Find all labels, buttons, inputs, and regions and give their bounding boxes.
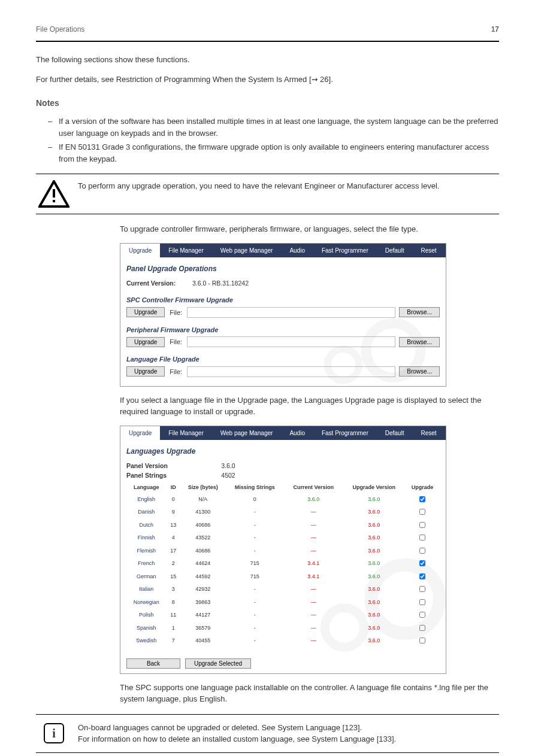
svg-rect-0	[53, 189, 55, 198]
tab-fast-programmer[interactable]: Fast Programmer	[313, 426, 377, 440]
lang-upgrade: 3.6.0	[343, 532, 405, 545]
browse-button[interactable]: Browse...	[399, 337, 440, 347]
lang-current: 3.4.1	[284, 570, 343, 584]
upgrade-button[interactable]: Upgrade	[126, 366, 165, 377]
tab-upgrade[interactable]: Upgrade	[120, 244, 160, 257]
lang-missing: -	[225, 596, 284, 609]
lang-size: 44127	[180, 609, 226, 622]
note-item: If EN 50131 Grade 3 configurations, the …	[48, 141, 499, 165]
tab-bar: Upgrade File Manager Web page Manager Au…	[120, 426, 446, 440]
upgrade-checkbox[interactable]	[419, 573, 425, 579]
peripheral-firmware-title: Peripheral Firmware Upgrade	[126, 325, 440, 335]
lang-size: 40686	[180, 545, 226, 558]
lang-checkbox-cell	[405, 570, 440, 584]
lang-size: 41300	[180, 506, 226, 519]
intro-line-1: The following sections show these functi…	[36, 54, 499, 66]
language-file-title: Language File Upgrade	[126, 354, 440, 365]
lang-size: 43522	[180, 532, 226, 545]
lang-checkbox-cell	[405, 609, 440, 622]
file-label: File:	[168, 308, 183, 318]
upgrade-selected-button[interactable]: Upgrade Selected	[185, 658, 251, 669]
tab-file-manager[interactable]: File Manager	[160, 426, 211, 440]
tab-default[interactable]: Default	[377, 244, 413, 257]
lang-missing: -	[225, 545, 284, 558]
lang-current: —	[284, 622, 343, 635]
lang-name: Danish	[126, 506, 166, 519]
upgrade-checkbox[interactable]	[419, 612, 425, 618]
lang-checkbox-cell	[405, 493, 440, 506]
tab-bar: Upgrade File Manager Web page Manager Au…	[120, 244, 446, 257]
back-button[interactable]: Back	[126, 658, 180, 669]
tab-web-page-manager[interactable]: Web page Manager	[212, 244, 282, 257]
lang-checkbox-cell	[405, 532, 440, 545]
lang-name: German	[126, 570, 166, 584]
lang-id: 11	[166, 609, 180, 622]
lang-current: —	[284, 506, 343, 519]
lang-upgrade: 3.6.0	[343, 545, 405, 558]
warning-callout: To perform any upgrade operation, you ne…	[36, 174, 499, 214]
table-row: Swedish740455-—3.6.0	[126, 634, 440, 648]
current-version-value: 3.6.0 - RB.31.18242	[192, 279, 249, 289]
th-checkbox: Upgrade	[405, 482, 440, 493]
upgrade-button[interactable]: Upgrade	[126, 337, 165, 347]
upgrade-button[interactable]: Upgrade	[126, 307, 165, 317]
tab-audio[interactable]: Audio	[281, 244, 313, 257]
file-input[interactable]	[187, 336, 395, 347]
upgrade-checkbox[interactable]	[419, 586, 425, 592]
upgrade-checkbox[interactable]	[419, 509, 425, 515]
lang-missing: -	[225, 519, 284, 532]
browse-button[interactable]: Browse...	[399, 366, 440, 377]
table-row: Polish1144127-—3.6.0	[126, 609, 440, 622]
lang-size: 40686	[180, 519, 226, 532]
lang-current: —	[284, 532, 343, 545]
current-version-label: Current Version:	[126, 279, 192, 289]
figure-languages-upgrade: Upgrade File Manager Web page Manager Au…	[120, 426, 446, 674]
lang-current: —	[284, 634, 343, 648]
lang-upgrade: 3.6.0	[343, 634, 405, 648]
lang-id: 13	[166, 519, 180, 532]
tab-default[interactable]: Default	[377, 426, 413, 440]
lang-name: Norwegian	[126, 596, 166, 609]
page-header: File Operations 17	[36, 24, 499, 42]
tab-audio[interactable]: Audio	[281, 426, 313, 440]
lang-missing: -	[225, 583, 284, 596]
lang-checkbox-cell	[405, 596, 440, 609]
tab-web-page-manager[interactable]: Web page Manager	[212, 426, 282, 440]
th-current: Current Version	[284, 482, 343, 493]
upgrade-checkbox[interactable]	[419, 637, 425, 643]
browse-button[interactable]: Browse...	[399, 307, 440, 317]
lang-missing: -	[225, 609, 284, 622]
upgrade-checkbox[interactable]	[419, 522, 425, 528]
below-fig2-text: The SPC supports one language pack insta…	[120, 682, 499, 705]
file-input[interactable]	[187, 307, 395, 318]
lang-upgrade: 3.6.0	[343, 506, 405, 519]
upgrade-checkbox[interactable]	[419, 535, 425, 541]
tab-file-manager[interactable]: File Manager	[160, 244, 211, 257]
info-line-2: For information on how to delete an inst…	[78, 733, 499, 745]
upgrade-checkbox[interactable]	[419, 625, 425, 631]
file-input[interactable]	[187, 366, 395, 377]
th-id: ID	[166, 482, 180, 493]
upgrade-checkbox[interactable]	[419, 599, 425, 605]
lang-size: 44592	[180, 570, 226, 584]
info-callout: i On-board languages cannot be upgraded …	[36, 714, 499, 753]
panel-version-label: Panel Version	[126, 462, 192, 471]
lang-checkbox-cell	[405, 583, 440, 596]
table-row: Dutch1340686-—3.6.0	[126, 519, 440, 532]
upgrade-checkbox[interactable]	[419, 548, 425, 554]
tab-fast-programmer[interactable]: Fast Programmer	[313, 244, 377, 257]
upgrade-checkbox[interactable]	[419, 560, 425, 566]
lang-id: 17	[166, 545, 180, 558]
lang-current: 3.6.0	[284, 493, 343, 506]
lang-missing: -	[225, 506, 284, 519]
tab-reset[interactable]: Reset	[412, 244, 445, 257]
lang-current: —	[284, 545, 343, 558]
lang-size: N/A	[180, 493, 226, 506]
lang-checkbox-cell	[405, 519, 440, 532]
languages-upgrade-title: Languages Upgrade	[126, 446, 440, 457]
upgrade-checkbox[interactable]	[419, 496, 425, 502]
figure2-intro: If you select a language file in the Upg…	[120, 394, 499, 418]
tab-upgrade[interactable]: Upgrade	[120, 426, 160, 440]
warning-text: To perform any upgrade operation, you ne…	[72, 180, 499, 192]
tab-reset[interactable]: Reset	[412, 426, 445, 440]
